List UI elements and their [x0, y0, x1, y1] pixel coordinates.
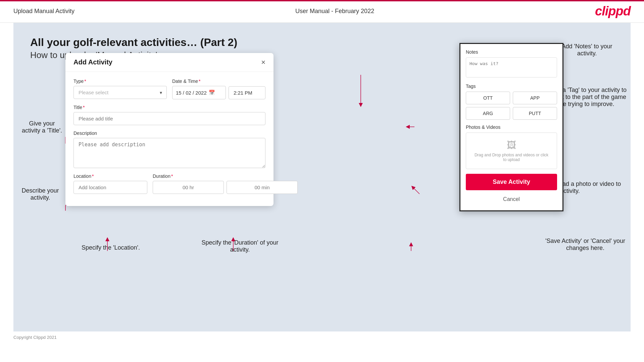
form-group-type: Type* Please select ▾ [73, 79, 167, 99]
title-label: Title* [73, 105, 265, 110]
annotation-notes: Add 'Notes' to your activity. [553, 43, 621, 57]
type-select-wrapper[interactable]: Please select ▾ [73, 86, 167, 99]
description-label: Description [73, 131, 265, 136]
footer: Copyright Clippd 2021 [0, 331, 644, 343]
phone-panel: Notes Tags OTT APP ARG PUTT Photos & Vid… [459, 43, 563, 211]
description-textarea[interactable] [73, 138, 265, 168]
tags-section-label: Tags [466, 84, 557, 89]
duration-min-input[interactable] [227, 181, 298, 194]
save-activity-button[interactable]: Save Activity [466, 174, 557, 190]
location-label: Location* [73, 173, 147, 179]
duration-inputs [153, 181, 298, 194]
calendar-icon: 📅 [209, 90, 215, 96]
modal-title: Add Activity [73, 58, 112, 66]
upload-area[interactable]: 🖼 Drag and Drop photos and videos or cli… [466, 133, 557, 169]
form-row-description: Description [73, 131, 265, 168]
copyright: Copyright Clippd 2021 [13, 335, 57, 340]
datetime-label: Date & Time* [172, 79, 265, 84]
upload-icon: 🖼 [473, 140, 550, 151]
phone-body: Notes Tags OTT APP ARG PUTT Photos & Vid… [460, 44, 562, 210]
time-input[interactable] [229, 86, 265, 99]
notes-section-label: Notes [466, 49, 557, 55]
close-button[interactable]: × [261, 59, 265, 66]
date-input-wrapper[interactable]: 15 / 02 / 2022 📅 [172, 86, 226, 99]
notes-textarea[interactable] [466, 57, 557, 77]
type-select[interactable]: Please select [73, 86, 167, 99]
upload-text: Drag and Drop photos and videos or click… [473, 153, 550, 162]
page-title: Upload Manual Activity [13, 8, 75, 15]
date-value: 15 / 02 / 2022 [176, 90, 207, 96]
form-group-duration: Duration* [153, 173, 298, 194]
title-input[interactable] [73, 112, 265, 125]
cancel-button[interactable]: Cancel [466, 194, 557, 205]
page-subtitle: User Manual - February 2022 [295, 8, 374, 15]
duration-label: Duration* [153, 173, 298, 179]
location-input[interactable] [73, 181, 147, 194]
form-group-location: Location* [73, 173, 147, 194]
annotation-describe: Describe your activity. [17, 187, 64, 201]
add-activity-modal: Add Activity × Type* Please select ▾ [65, 53, 274, 206]
date-time-row: 15 / 02 / 2022 📅 [172, 86, 265, 99]
tag-ott[interactable]: OTT [466, 92, 510, 104]
main-content: All your golf-relevant activities… (Part… [13, 23, 631, 331]
form-group-title: Title* [73, 105, 265, 125]
logo: clippd [595, 4, 631, 18]
modal-body: Type* Please select ▾ Date & Time* [65, 72, 274, 206]
annotation-save: 'Save Activity' or 'Cancel' your changes… [543, 238, 627, 252]
tag-arg[interactable]: ARG [466, 107, 510, 120]
form-row-location-duration: Location* Duration* [73, 173, 265, 194]
annotation-duration: Specify the 'Duration' of your activity. [198, 239, 282, 253]
form-row-title: Title* [73, 105, 265, 125]
type-label: Type* [73, 79, 167, 84]
modal-header: Add Activity × [65, 53, 274, 72]
svg-line-10 [413, 187, 419, 194]
annotation-give-title: Give your activity a 'Title'. [20, 120, 64, 134]
form-group-datetime: Date & Time* 15 / 02 / 2022 📅 [172, 79, 265, 99]
form-group-description: Description [73, 131, 265, 168]
photos-section-label: Photos & Videos [466, 124, 557, 130]
tags-grid: OTT APP ARG PUTT [466, 92, 557, 120]
top-bar: Upload Manual Activity User Manual - Feb… [0, 0, 644, 23]
tag-app[interactable]: APP [513, 92, 557, 104]
annotation-location: Specify the 'Location'. [77, 244, 144, 251]
tag-putt[interactable]: PUTT [513, 107, 557, 120]
form-row-type-date: Type* Please select ▾ Date & Time* [73, 79, 265, 99]
duration-hr-input[interactable] [153, 181, 224, 194]
